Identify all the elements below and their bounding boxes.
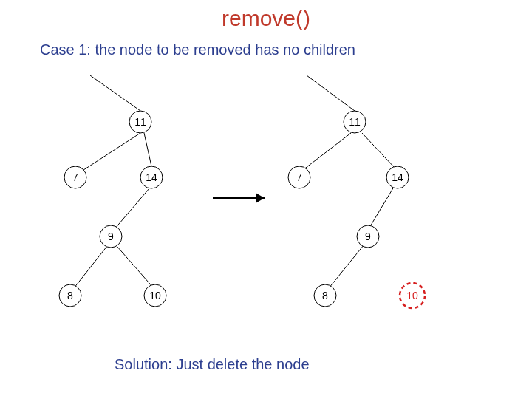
tree-edge — [74, 246, 107, 288]
tree-edge — [303, 133, 351, 170]
tree-node: 11 — [344, 111, 366, 133]
tree-node-label: 7 — [296, 171, 302, 183]
tree-node-label: 9 — [365, 231, 371, 242]
tree-edge — [369, 187, 394, 228]
tree-edge — [362, 133, 395, 168]
tree-node-label: 8 — [322, 290, 328, 301]
tree-node: 8 — [59, 284, 81, 307]
tree-node-label: 11 — [349, 116, 361, 128]
tree-node: 7 — [288, 166, 310, 188]
tree-node-label: 7 — [72, 171, 78, 183]
tree-node: 11 — [129, 111, 151, 133]
tree-node-label: 14 — [392, 171, 403, 183]
tree-node: 8 — [314, 284, 336, 307]
tree-node: 9 — [100, 225, 122, 248]
tree-node: 10 — [400, 283, 425, 308]
tree-node-label: 10 — [149, 290, 161, 301]
tree-edge — [115, 188, 149, 229]
tree-node: 14 — [386, 166, 409, 188]
tree-node: 7 — [64, 166, 86, 188]
tree-edge — [307, 75, 355, 111]
tree-edge — [90, 75, 140, 111]
tree-node-label: 14 — [146, 171, 157, 183]
tree-diagram: 117149810117149810 — [0, 0, 532, 399]
tree-edge — [81, 133, 140, 171]
arrow-head-icon — [256, 193, 265, 203]
tree-node-label: 10 — [406, 290, 418, 301]
tree-edge — [329, 245, 364, 288]
tree-node-label: 11 — [134, 116, 146, 128]
tree-node: 10 — [144, 284, 166, 307]
tree-node: 14 — [140, 166, 163, 188]
tree-edge — [117, 246, 154, 288]
tree-node: 9 — [357, 225, 379, 248]
tree-node-label: 9 — [108, 231, 114, 242]
tree-edge — [144, 133, 151, 166]
tree-node-label: 8 — [67, 290, 73, 301]
